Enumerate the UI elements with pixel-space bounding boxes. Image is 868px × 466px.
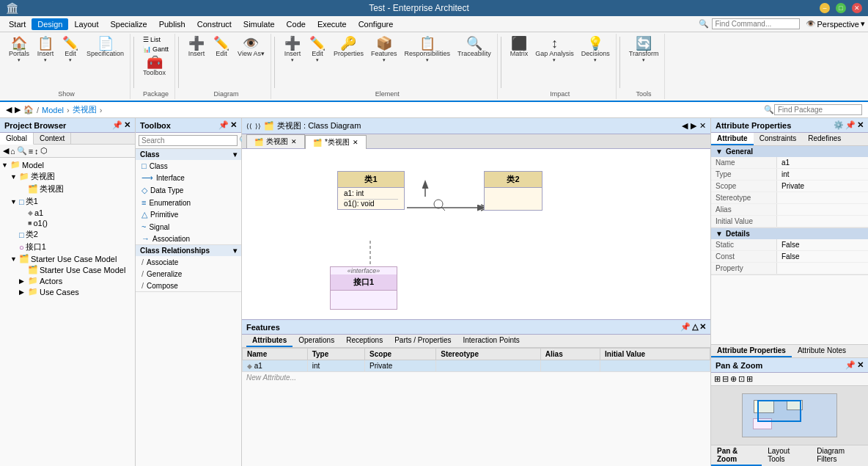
pb-expand-icon[interactable]: ⬡ <box>40 146 48 156</box>
tb-close-button[interactable]: ✕ <box>230 120 237 130</box>
fp-tab-interaction[interactable]: Interaction Points <box>457 335 525 347</box>
toolbox-button[interactable]: 🧰 Toolbox <box>140 54 169 78</box>
toolbox-item-primitive[interactable]: △ Primitive <box>136 208 241 221</box>
rp-tab-attribute[interactable]: Attribute <box>711 133 754 145</box>
diagram-edit-button[interactable]: ✏️ Edit <box>210 35 233 59</box>
pb-pin-button[interactable]: 📌 <box>112 120 122 130</box>
tree-item-starter-uc-diagram[interactable]: 🗂️ Starter Use Case Model <box>19 264 133 275</box>
menu-code[interactable]: Code <box>281 18 312 30</box>
diagram-canvas[interactable]: 类1 a1: int o1(): void 类2 «interface» 接口1 <box>242 149 710 319</box>
menu-start[interactable]: Start <box>3 18 32 30</box>
properties-button[interactable]: 🔑 Properties <box>331 35 367 59</box>
canvas-nav-right[interactable]: ▶ <box>691 121 696 131</box>
portals-button[interactable]: 🏠 Portals ▾ <box>6 35 32 65</box>
details-collapse-icon[interactable]: ▼ <box>716 230 723 238</box>
edit-button[interactable]: ✏️ Edit ▾ <box>59 35 82 65</box>
toolbox-item-interface[interactable]: ⟶ Interface <box>136 172 241 184</box>
tree-item-class2[interactable]: □ 类2 <box>10 228 133 241</box>
table-row[interactable]: ◆ a1 int Private <box>243 360 710 372</box>
transform-button[interactable]: 🔄 Transform ▾ <box>626 35 662 65</box>
tree-item-classview-diagram[interactable]: 🗂️ 类视图 <box>19 183 133 195</box>
canvas-tab-classview-active[interactable]: 🗂️ *类视图 ✕ <box>305 135 367 149</box>
tree-item-model[interactable]: ▼ 📁 Model <box>1 159 133 170</box>
tree-item-starter-use-case[interactable]: ▼ 🗂️ Starter Use Case Model <box>10 253 133 264</box>
minimize-button[interactable]: – <box>820 3 830 13</box>
insert-button[interactable]: 📋 Insert ▾ <box>34 35 57 65</box>
rp-toolbar-icon[interactable]: ⚙️ <box>834 120 844 130</box>
canvas-close-button[interactable]: ✕ <box>699 121 706 131</box>
nav-back-button[interactable]: ◀ <box>6 105 12 114</box>
tab-close-classview[interactable]: ✕ <box>291 138 297 145</box>
canvas-nav-left[interactable]: ◀ <box>682 121 688 131</box>
fp-pin-button[interactable]: 📌 <box>680 322 691 332</box>
menu-construct[interactable]: Construct <box>191 18 238 30</box>
pan-zoom-content[interactable] <box>711 386 868 445</box>
pz-zoom-in[interactable]: ⊕ <box>730 374 737 384</box>
features-button[interactable]: 📦 Features ▾ <box>368 35 400 65</box>
tree-item-classview[interactable]: ▼ 📁 类视图 <box>10 170 133 183</box>
uml-class-1[interactable]: 类1 a1: int o1(): void <box>337 171 405 210</box>
tab-close-active[interactable]: ✕ <box>353 139 358 146</box>
pz-zoom-out[interactable]: ⊟ <box>722 374 729 384</box>
tree-item-o1[interactable]: ■ o1() <box>19 218 133 228</box>
pb-close-button[interactable]: ✕ <box>124 120 130 130</box>
toolbox-item-data-type[interactable]: ◇ Data Type <box>136 184 241 197</box>
find-package-input[interactable] <box>774 104 862 115</box>
menu-publish[interactable]: Publish <box>153 18 191 30</box>
menu-configure[interactable]: Configure <box>353 18 400 30</box>
maximize-button[interactable]: □ <box>836 3 846 13</box>
traceability-button[interactable]: 🔍 Traceability <box>455 35 494 59</box>
pb-home-icon[interactable]: ⌂ <box>10 147 15 156</box>
tree-item-class1[interactable]: ▼ □ 类1 <box>10 195 133 208</box>
pz-close-button[interactable]: ✕ <box>857 360 864 370</box>
pz-zoom-select[interactable]: ⊡ <box>738 374 745 384</box>
rp-bottom-tab-attr-notes[interactable]: Attribute Notes <box>792 345 852 357</box>
nav-forward-button[interactable]: ▶ <box>15 105 21 114</box>
matrix-button[interactable]: ⬛ Matrix <box>507 35 532 59</box>
pb-sort-icon[interactable]: ↕ <box>34 147 39 156</box>
toolbox-section-cr-header[interactable]: Class Relationships ▾ <box>136 245 241 256</box>
toolbox-section-class-header[interactable]: Class ▾ <box>136 149 241 160</box>
specification-button[interactable]: 📄 Specification <box>84 35 127 59</box>
fp-tab-receptions[interactable]: Receptions <box>340 335 389 347</box>
rp-pin-button[interactable]: 📌 <box>845 120 856 130</box>
view-as-button[interactable]: 👁️ View As▾ <box>235 35 268 59</box>
tree-item-a1[interactable]: ◆ a1 <box>19 208 133 218</box>
toolbox-item-generalize[interactable]: / Generalize <box>136 268 241 280</box>
menu-design[interactable]: Design <box>32 18 68 30</box>
toolbox-item-class[interactable]: □ Class <box>136 160 241 172</box>
pz-zoom-all[interactable]: ⊞ <box>746 374 753 384</box>
general-collapse-icon[interactable]: ▼ <box>716 148 723 156</box>
pb-back-icon[interactable]: ◀ <box>3 146 9 156</box>
uml-class-2[interactable]: 类2 <box>484 171 542 211</box>
find-command-input[interactable] <box>712 18 800 29</box>
pz-tab-layout-tools[interactable]: Layout Tools <box>762 445 811 466</box>
perspective-btn[interactable]: 👁️ Perspective ▾ <box>806 19 865 29</box>
canvas-tab-classview[interactable]: 🗂️ 类视图 ✕ <box>246 134 305 148</box>
rp-close-button[interactable]: ✕ <box>857 120 864 130</box>
addr-model[interactable]: Model <box>42 106 64 114</box>
rp-tab-redefines[interactable]: Redefines <box>802 133 847 145</box>
toolbox-search-input[interactable] <box>139 135 238 146</box>
rp-bottom-tab-attr-props[interactable]: Attribute Properties <box>711 345 792 357</box>
tab-context[interactable]: Context <box>34 133 71 144</box>
element-edit-button[interactable]: ✏️ Edit ▾ <box>306 35 329 65</box>
nav-left-icon[interactable]: ⟨⟨ <box>246 123 252 130</box>
menu-specialize[interactable]: Specialize <box>105 18 153 30</box>
pz-tab-pan-zoom[interactable]: Pan & Zoom <box>711 445 762 466</box>
element-insert-button[interactable]: ➕ Insert ▾ <box>281 35 304 65</box>
fp-expand-button[interactable]: △ <box>692 322 698 332</box>
responsibilities-button[interactable]: 📋 Responsibilities ▾ <box>401 35 453 65</box>
pb-search-icon[interactable]: 🔍 <box>17 146 27 156</box>
decisions-button[interactable]: 💡 Decisions ▾ <box>578 35 613 65</box>
uml-interface-1[interactable]: «interface» 接口1 <box>330 266 397 310</box>
pz-pin-button[interactable]: 📌 <box>845 360 856 370</box>
fp-close-button[interactable]: ✕ <box>699 322 706 332</box>
menu-simulate[interactable]: Simulate <box>238 18 281 30</box>
fp-tab-parts[interactable]: Parts / Properties <box>389 335 457 347</box>
pz-tab-diagram-filters[interactable]: Diagram Filters <box>811 445 868 466</box>
fp-tab-attributes[interactable]: Attributes <box>246 335 293 347</box>
diagram-insert-button[interactable]: ➕ Insert <box>185 35 208 59</box>
toolbox-item-associate[interactable]: / Associate <box>136 256 241 268</box>
toolbox-item-signal[interactable]: ~ Signal <box>136 221 241 233</box>
